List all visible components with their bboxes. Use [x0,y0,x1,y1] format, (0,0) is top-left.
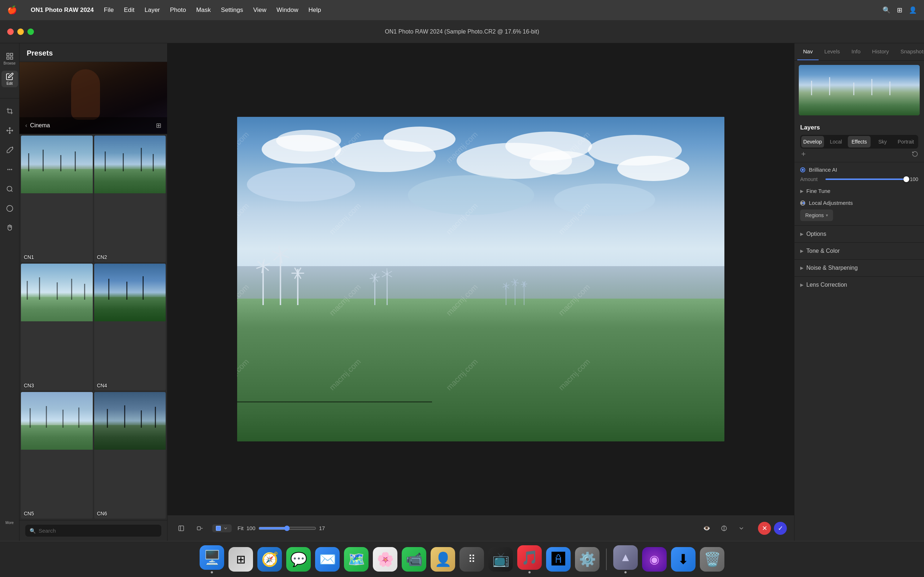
svg-point-6 [11,169,12,170]
dock-divider [606,548,607,570]
minimize-window-button[interactable] [17,29,24,35]
brilliance-ai-radio[interactable] [800,167,805,172]
menu-help[interactable]: Help [309,6,321,14]
menu-layer[interactable]: Layer [144,6,160,14]
regions-button[interactable]: Regions ▾ [800,210,833,221]
preset-item-cn2[interactable]: CN2 [94,135,166,262]
tool-hand[interactable] [2,220,18,236]
zoom-slider[interactable] [258,525,316,531]
menu-settings[interactable]: Settings [221,6,243,14]
menu-photo[interactable]: Photo [170,6,186,14]
menu-view[interactable]: View [254,6,267,14]
search-input[interactable] [39,528,157,534]
options-label: Options [806,231,826,237]
trash-icon: 🗑️ [700,547,724,572]
tool-move[interactable] [2,122,18,139]
preset-item-cn3[interactable]: CN3 [21,264,93,390]
dock-on1b[interactable]: ◉ [642,547,667,572]
dock-safari[interactable]: 🧭 [257,547,282,572]
user-icon[interactable]: 👤 [909,6,917,14]
music-dot [528,571,531,574]
presets-grid: CN1 CN2 [19,134,167,520]
compare-icon[interactable] [717,522,730,535]
tab-info[interactable]: Info [846,43,866,60]
menu-edit[interactable]: Edit [124,6,134,14]
back-arrow-icon: ‹ [25,122,27,129]
amount-slider-thumb[interactable] [903,176,909,182]
local-adj-radio[interactable] [800,200,805,206]
tab-nav[interactable]: Nav [797,43,819,60]
dock-music[interactable]: 🎵 [517,545,542,574]
preset-item-cn5[interactable]: CN5 [21,392,93,519]
tool-clone[interactable] [2,161,18,178]
dock-apps[interactable]: ⠿ [459,547,484,572]
add-layer-button[interactable] [800,151,807,158]
dock-sysprefs[interactable]: ⚙️ [575,547,599,572]
preset-item-cn1[interactable]: CN1 [21,135,93,262]
dock-maps[interactable]: 🗺️ [344,547,368,572]
titlebar: ON1 Photo RAW 2024 (Sample Photo.CR2 @ 1… [0,20,924,43]
dock-photos[interactable]: 🌸 [373,547,397,572]
close-window-button[interactable] [7,29,14,35]
dock-launchpad[interactable]: ⊞ [228,547,253,572]
dock-messages[interactable]: 💬 [286,547,311,572]
tab-sky[interactable]: Sky [871,136,894,148]
control-center-icon[interactable]: ⊞ [897,6,902,14]
menu-file[interactable]: File [104,6,114,14]
options-header[interactable]: ▶ Options [795,226,924,242]
color-swatch[interactable] [216,526,221,531]
dock-finder[interactable]: 🖥️ [200,545,224,574]
reset-button[interactable] [912,151,918,158]
app-name-menu[interactable]: ON1 Photo RAW 2024 [31,6,94,14]
dock-contacts[interactable]: 👤 [431,547,455,572]
tone-color-section[interactable]: ▶ Tone & Color [795,243,924,259]
tab-develop[interactable]: Develop [801,136,824,148]
tool-crop[interactable] [2,103,18,119]
more-options-icon[interactable] [735,522,748,535]
fine-tune-row[interactable]: ▶ Fine Tune [800,185,918,197]
tab-local[interactable]: Local [825,136,848,148]
preset-item-cn4[interactable]: CN4 [94,264,166,390]
lens-correction-section[interactable]: ▶ Lens Correction [795,277,924,293]
menu-window[interactable]: Window [276,6,298,14]
cancel-button[interactable]: ✕ [758,522,771,535]
grid-view-icon[interactable]: ⊞ [156,121,162,129]
sidebar-item-more[interactable]: More [2,514,18,531]
tool-retouch[interactable] [2,181,18,197]
options-section: ▶ Options [795,226,924,243]
menu-mask[interactable]: Mask [196,6,211,14]
appstore-icon: 🅰 [546,547,571,572]
view-toggle-icon[interactable]: 👁️ [700,522,713,535]
dock-on1[interactable]: ▲ [613,545,638,574]
dock-trash[interactable]: 🗑️ [700,547,724,572]
preset-item-cn6[interactable]: CN6 [94,392,166,519]
svg-rect-0 [6,53,9,56]
dock-facetime[interactable]: 📹 [402,547,426,572]
maximize-window-button[interactable] [27,29,34,35]
photo-land [237,298,724,442]
dock-appletv[interactable]: 📺 [488,547,513,572]
tab-levels[interactable]: Levels [819,43,846,60]
tab-snapshots[interactable]: Snapshots [895,43,924,60]
tool-brush[interactable] [2,142,18,158]
tab-portrait[interactable]: Portrait [894,136,917,148]
apple-logo-icon[interactable]: 🍎 [7,5,17,15]
noise-sharpening-section[interactable]: ▶ Noise & Sharpening [795,259,924,277]
tool-healing[interactable] [2,200,18,217]
nav-tabs: Nav Levels Info History Snapshots [795,43,924,61]
dock-mail[interactable]: ✉️ [315,547,340,572]
confirm-button[interactable]: ✓ [774,522,787,535]
tab-effects[interactable]: Effects [848,136,871,148]
zoom-out-button[interactable] [194,522,207,535]
dock-appstore[interactable]: 🅰 [546,547,571,572]
sidebar-item-edit[interactable]: Edit [2,71,18,87]
sidebar-item-browse[interactable]: Browse [2,50,18,67]
fine-tune-label: Fine Tune [806,188,830,194]
cancel-icon: ✕ [762,524,767,532]
dock-downloads[interactable]: ⬇ [671,547,696,572]
panel-toggle-button[interactable] [175,522,188,535]
tab-history[interactable]: History [866,43,895,60]
cinema-back-button[interactable]: ‹ Cinema [25,122,50,129]
search-menubar-icon[interactable]: 🔍 [882,6,890,14]
preset-cn1-label: CN1 [24,254,34,260]
